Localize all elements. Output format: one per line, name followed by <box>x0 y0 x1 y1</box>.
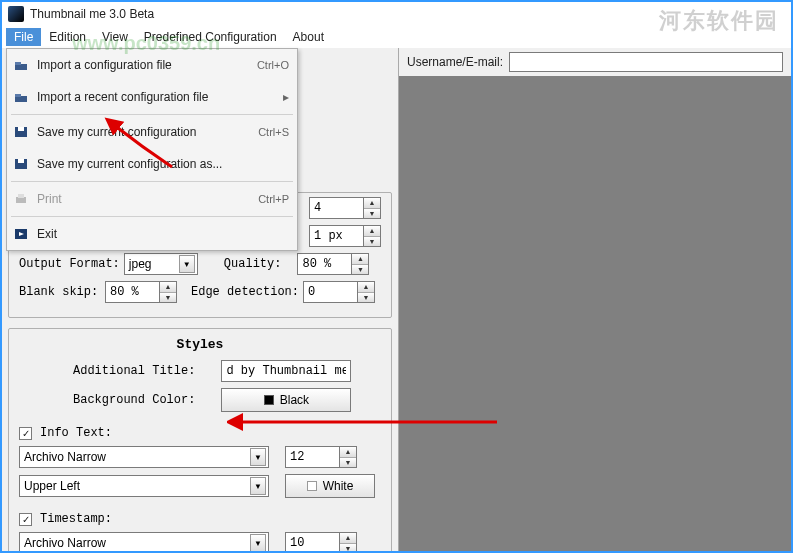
menu-view[interactable]: View <box>94 28 136 46</box>
chevron-down-icon: ▼ <box>250 448 266 466</box>
spin-down-icon[interactable]: ▼ <box>160 293 176 303</box>
save-icon <box>11 124 31 140</box>
spin-up-icon[interactable]: ▲ <box>340 533 356 544</box>
info-font-value: Archivo Narrow <box>24 450 250 464</box>
spin-up-icon[interactable]: ▲ <box>364 226 380 237</box>
timestamp-size-input[interactable] <box>285 532 339 551</box>
spin-down-icon[interactable]: ▼ <box>352 265 368 275</box>
quality-label: Quality: <box>224 257 282 271</box>
menu-print-label: Print <box>37 192 258 206</box>
spin-down-icon[interactable]: ▼ <box>364 209 380 219</box>
spinner-2-input[interactable] <box>309 225 363 247</box>
additional-title-label: Additional Title: <box>73 364 195 378</box>
spin-up-icon[interactable]: ▲ <box>160 282 176 293</box>
timestamp-checkbox[interactable]: ✓ <box>19 513 32 526</box>
edge-input[interactable] <box>303 281 357 303</box>
output-format-label: Output Format: <box>19 257 120 271</box>
additional-title-input[interactable] <box>221 360 351 382</box>
window-title: Thumbnail me 3.0 Beta <box>30 7 154 21</box>
timestamp-label: Timestamp: <box>40 512 112 526</box>
menu-save-current[interactable]: Save my current configuration Ctrl+S <box>7 116 297 148</box>
svg-rect-3 <box>15 94 21 97</box>
timestamp-font-select[interactable]: Archivo Narrow ▼ <box>19 532 269 551</box>
right-pane: Username/E-mail: <box>398 48 791 551</box>
svg-rect-1 <box>15 62 21 65</box>
import-icon <box>11 57 31 73</box>
spinner-1-input[interactable] <box>309 197 363 219</box>
quality-input[interactable] <box>297 253 351 275</box>
info-text-checkbox[interactable]: ✓ <box>19 427 32 440</box>
output-format-value: jpeg <box>129 257 179 271</box>
spin-down-icon[interactable]: ▼ <box>340 544 356 552</box>
svg-rect-9 <box>18 194 24 198</box>
menu-save-as-label: Save my current configuration as... <box>37 157 289 171</box>
blank-skip-spinner[interactable]: ▲▼ <box>105 281 177 303</box>
file-menu-dropdown: Import a configuration file Ctrl+O Impor… <box>6 48 298 251</box>
info-size-input[interactable] <box>285 446 339 468</box>
menu-predefined-configuration[interactable]: Predefined Configuration <box>136 28 285 46</box>
chevron-down-icon: ▼ <box>250 477 266 495</box>
background-color-button[interactable]: Black <box>221 388 351 412</box>
info-font-select[interactable]: Archivo Narrow ▼ <box>19 446 269 468</box>
print-icon <box>11 191 31 207</box>
username-strip: Username/E-mail: <box>399 48 791 76</box>
spin-up-icon[interactable]: ▲ <box>352 254 368 265</box>
menu-save-current-shortcut: Ctrl+S <box>258 126 289 138</box>
spin-down-icon[interactable]: ▼ <box>364 237 380 247</box>
info-color-button[interactable]: White <box>285 474 375 498</box>
submenu-arrow-icon: ▸ <box>283 90 289 104</box>
menu-print: Print Ctrl+P <box>7 183 297 215</box>
color-swatch-icon <box>264 395 274 405</box>
menu-import-config[interactable]: Import a configuration file Ctrl+O <box>7 49 297 81</box>
svg-rect-5 <box>18 127 24 131</box>
spin-down-icon[interactable]: ▼ <box>358 293 374 303</box>
info-text-label: Info Text: <box>40 426 112 440</box>
spin-down-icon[interactable]: ▼ <box>340 458 356 468</box>
titlebar: Thumbnail me 3.0 Beta <box>2 2 791 26</box>
menu-edition[interactable]: Edition <box>41 28 94 46</box>
timestamp-font-value: Archivo Narrow <box>24 536 250 550</box>
svg-rect-7 <box>18 159 24 163</box>
menu-exit-label: Exit <box>37 227 289 241</box>
menu-import-recent-label: Import a recent configuration file <box>37 90 283 104</box>
quality-spinner[interactable]: ▲▼ <box>297 253 369 275</box>
import-recent-icon <box>11 89 31 105</box>
menu-separator <box>11 216 293 217</box>
info-color-value: White <box>323 479 354 493</box>
blank-skip-input[interactable] <box>105 281 159 303</box>
menu-import-recent[interactable]: Import a recent configuration file ▸ <box>7 81 297 113</box>
chevron-down-icon: ▼ <box>250 534 266 551</box>
edge-detection-label: Edge detection: <box>191 285 299 299</box>
background-color-label: Background Color: <box>73 393 195 407</box>
menu-import-config-shortcut: Ctrl+O <box>257 59 289 71</box>
color-swatch-icon <box>307 481 317 491</box>
background-color-value: Black <box>280 393 309 407</box>
chevron-down-icon: ▼ <box>179 255 195 273</box>
save-as-icon <box>11 156 31 172</box>
blank-skip-label: Blank skip: <box>19 285 101 299</box>
info-position-value: Upper Left <box>24 479 250 493</box>
info-position-select[interactable]: Upper Left ▼ <box>19 475 269 497</box>
menubar: File Edition View Predefined Configurati… <box>2 26 791 48</box>
spin-up-icon[interactable]: ▲ <box>358 282 374 293</box>
info-size-spinner[interactable]: ▲▼ <box>285 446 357 468</box>
menu-about[interactable]: About <box>285 28 332 46</box>
username-input[interactable] <box>509 52 783 72</box>
spin-up-icon[interactable]: ▲ <box>364 198 380 209</box>
menu-print-shortcut: Ctrl+P <box>258 193 289 205</box>
timestamp-size-spinner[interactable]: ▲▼ <box>285 532 357 551</box>
menu-import-config-label: Import a configuration file <box>37 58 257 72</box>
spinner-1[interactable]: ▲▼ <box>309 197 381 219</box>
output-format-select[interactable]: jpeg ▼ <box>124 253 198 275</box>
exit-icon <box>11 226 31 242</box>
menu-save-as[interactable]: Save my current configuration as... <box>7 148 297 180</box>
styles-group: Styles Additional Title: Background Colo… <box>8 328 392 551</box>
menu-save-current-label: Save my current configuration <box>37 125 258 139</box>
spin-up-icon[interactable]: ▲ <box>340 447 356 458</box>
app-icon <box>8 6 24 22</box>
username-label: Username/E-mail: <box>407 55 503 69</box>
edge-spinner[interactable]: ▲▼ <box>303 281 375 303</box>
spinner-2[interactable]: ▲▼ <box>309 225 381 247</box>
menu-exit[interactable]: Exit <box>7 218 297 250</box>
menu-file[interactable]: File <box>6 28 41 46</box>
